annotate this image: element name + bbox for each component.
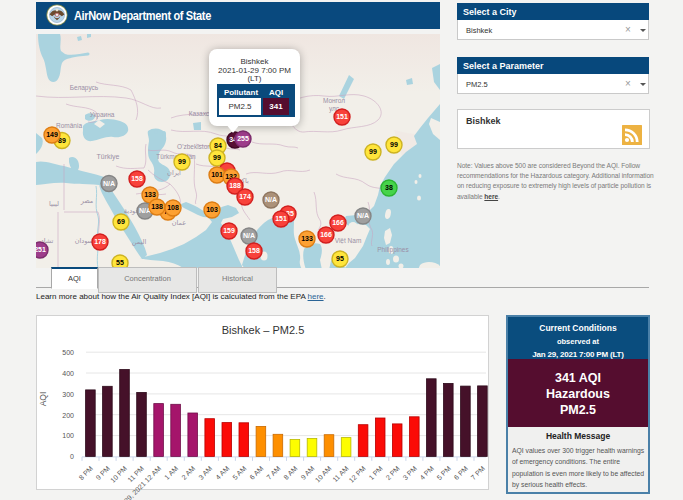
svg-text:99: 99 [390, 141, 398, 148]
svg-text:Philippines: Philippines [377, 246, 409, 254]
svg-text:عمان: عمان [172, 219, 187, 226]
svg-text:151: 151 [336, 113, 348, 120]
svg-text:Việt Nam: Việt Nam [335, 237, 362, 244]
svg-text:138: 138 [151, 203, 163, 210]
svg-text:188: 188 [229, 182, 241, 189]
svg-text:4 AM: 4 AM [214, 465, 230, 481]
svg-text:1 PM: 1 PM [367, 465, 384, 482]
svg-text:99: 99 [369, 148, 377, 155]
svg-text:158: 158 [131, 175, 143, 182]
svg-text:4 PM: 4 PM [419, 465, 436, 482]
svg-text:166: 166 [320, 231, 332, 238]
svg-text:6 AM: 6 AM [248, 465, 264, 481]
svg-text:149: 149 [46, 131, 58, 138]
svg-text:Bishkek – PM2.5: Bishkek – PM2.5 [222, 324, 305, 336]
svg-text:99: 99 [178, 158, 186, 165]
svg-text:151: 151 [275, 215, 287, 222]
svg-text:133: 133 [301, 235, 313, 242]
svg-text:România: România [56, 122, 82, 129]
svg-text:300: 300 [62, 391, 74, 398]
svg-text:N/A: N/A [265, 196, 277, 203]
svg-text:8 PM: 8 PM [78, 465, 95, 482]
svg-text:7 AM: 7 AM [265, 465, 281, 481]
svg-text:100: 100 [62, 432, 74, 439]
svg-text:159: 159 [223, 227, 235, 234]
svg-text:101: 101 [211, 171, 223, 178]
svg-text:2 PM: 2 PM [384, 465, 401, 482]
svg-text:O'zbekiston: O'zbekiston [177, 143, 211, 150]
svg-text:166: 166 [332, 219, 344, 226]
svg-text:1 AM: 1 AM [163, 465, 179, 481]
svg-text:400: 400 [62, 370, 74, 377]
svg-text:3 AM: 3 AM [197, 465, 213, 481]
svg-text:N/A: N/A [357, 212, 369, 219]
svg-text:38: 38 [385, 184, 393, 191]
svg-text:Монгол: Монгол [323, 97, 345, 104]
svg-text:500: 500 [62, 349, 74, 356]
svg-text:12 PM: 12 PM [348, 465, 367, 484]
svg-text:95: 95 [336, 255, 344, 262]
svg-text:178: 178 [94, 238, 106, 245]
svg-text:Украина: Украина [90, 111, 115, 119]
svg-text:Türkiye: Türkiye [97, 153, 120, 161]
svg-text:0: 0 [70, 453, 74, 460]
svg-text:5 AM: 5 AM [231, 465, 247, 481]
svg-text:10 AM: 10 AM [314, 465, 333, 484]
svg-text:103: 103 [206, 206, 218, 213]
svg-text:ايران: ايران [167, 169, 181, 177]
svg-text:N/A: N/A [243, 232, 255, 239]
svg-text:6 PM: 6 PM [453, 465, 470, 482]
svg-text:10 PM: 10 PM [109, 465, 128, 484]
svg-text:55: 55 [116, 259, 124, 266]
svg-text:133: 133 [144, 191, 156, 198]
svg-text:108: 108 [167, 204, 179, 211]
svg-text:N/A: N/A [103, 180, 115, 187]
svg-text:99: 99 [213, 154, 221, 161]
svg-text:مصر: مصر [80, 197, 94, 205]
svg-text:11 AM: 11 AM [331, 465, 350, 484]
svg-text:3 PM: 3 PM [402, 465, 419, 482]
svg-text:84: 84 [214, 142, 222, 149]
svg-text:69: 69 [117, 218, 125, 225]
svg-text:اليمن: اليمن [132, 238, 147, 246]
svg-text:2 AM: 2 AM [180, 465, 196, 481]
svg-text:Беларусь: Беларусь [70, 84, 99, 92]
svg-text:174: 174 [239, 193, 251, 200]
svg-text:158: 158 [248, 247, 260, 254]
svg-text:255: 255 [237, 135, 249, 142]
svg-text:5 PM: 5 PM [436, 465, 453, 482]
svg-text:200: 200 [62, 412, 74, 419]
svg-text:ليبيا: ليبيا [49, 200, 59, 207]
svg-text:8 AM: 8 AM [282, 465, 298, 481]
svg-text:251: 251 [36, 246, 46, 253]
svg-text:AQI: AQI [38, 392, 48, 407]
svg-text:7 PM: 7 PM [470, 465, 487, 482]
